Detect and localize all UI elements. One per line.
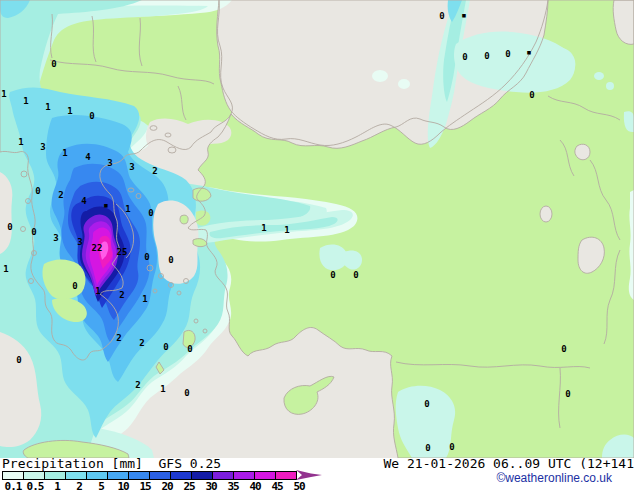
grid-point-value: 1 [1, 89, 6, 99]
grid-point-value: 1 [284, 225, 289, 235]
grid-point-value: 0 [7, 222, 12, 232]
colorbar-tick-label: 15 [134, 480, 156, 490]
grid-point-value: 0 [184, 388, 189, 398]
grid-point-value: 22 [92, 243, 103, 253]
grid-point-value: 0 [330, 270, 335, 280]
weather-map-screenshot: 0111101314332024▪10003322250011101210220… [0, 0, 634, 490]
colorbar-segment [23, 471, 45, 480]
legend-title: Precipitation [mm] GFS 0.25 [2, 458, 221, 472]
grid-point-value: 0 [148, 208, 153, 218]
grid-point-value: 0 [565, 389, 570, 399]
grid-point-value: 0 [163, 342, 168, 352]
grid-point-value: 3 [77, 237, 82, 247]
colorbar-segment [44, 471, 66, 480]
grid-point-value: 0 [505, 49, 510, 59]
grid-point-value: 4 [85, 152, 91, 162]
grid-point-value: 1 [125, 204, 130, 214]
grid-point-value: 1 [261, 223, 266, 233]
grid-point-value: 0 [462, 52, 467, 62]
colorbar-segment [233, 471, 255, 480]
grid-point-value: ▪ [461, 10, 466, 20]
colorbar-ticks: 0.10.5125101520253035404550 [2, 480, 310, 490]
copyright-link[interactable]: ©weatheronline.co.uk [496, 471, 612, 485]
run-datetime: We 21-01-2026 06..09 UTC (12+141 [384, 458, 634, 470]
grid-point-value: ▪ [526, 47, 531, 57]
colorbar-tick-label: 5 [90, 480, 112, 490]
grid-point-value: 0 [144, 252, 149, 262]
grid-point-value: ▪ [103, 200, 108, 210]
colorbar [2, 471, 322, 480]
colorbar-tick-label: 40 [244, 480, 266, 490]
grid-point-value: 4 [81, 196, 87, 206]
colorbar-segment [107, 471, 129, 480]
colorbar-tick-label: 2 [68, 480, 90, 490]
grid-point-value: 2 [135, 380, 140, 390]
grid-point-value: 0 [31, 227, 36, 237]
colorbar-tick-label: 35 [222, 480, 244, 490]
grid-point-value: 0 [425, 443, 430, 453]
colorbar-segment [128, 471, 150, 480]
grid-point-value: 1 [23, 96, 28, 106]
grid-point-value: 2 [139, 338, 144, 348]
grid-point-value: 0 [72, 281, 77, 291]
legend-bar: Precipitation [mm] GFS 0.25 We 21-01-202… [0, 458, 634, 490]
grid-point-value: 1 [62, 148, 67, 158]
precip-dot-sea-1 [372, 70, 388, 82]
colorbar-segment [2, 471, 24, 480]
colorbar-segment [254, 471, 276, 480]
grid-point-value: 3 [53, 233, 58, 243]
grid-point-value: 0 [424, 399, 429, 409]
colorbar-tick-label: 20 [156, 480, 178, 490]
grid-point-value: 0 [561, 344, 566, 354]
grid-point-value: 3 [107, 158, 112, 168]
grid-point-value: 0 [168, 255, 173, 265]
colorbar-tick-label: 10 [112, 480, 134, 490]
colorbar-tick-label: 0.1 [2, 480, 24, 490]
precip-dot-ne-1 [594, 72, 604, 80]
grid-point-value: 0 [529, 90, 534, 100]
grid-point-value: 1 [18, 137, 23, 147]
precip-dot-sea-2 [398, 79, 410, 89]
colorbar-tick-label: 25 [178, 480, 200, 490]
colorbar-tick-label: 50 [288, 480, 310, 490]
colorbar-tick-label: 0.5 [24, 480, 46, 490]
grid-point-value: 3 [40, 142, 45, 152]
grid-point-value: 25 [117, 247, 128, 257]
grid-point-value: 2 [152, 166, 157, 176]
colorbar-segment [275, 471, 297, 480]
grid-point-value: 0 [35, 186, 40, 196]
grid-point-value: 0 [187, 344, 192, 354]
grid-point-value: 2 [58, 190, 63, 200]
colorbar-segment [149, 471, 171, 480]
grid-point-value: 0 [353, 270, 358, 280]
grid-point-value: 1 [3, 264, 8, 274]
colorbar-segment [65, 471, 87, 480]
colorbar-tick-label: 30 [200, 480, 222, 490]
grid-point-value: 0 [51, 59, 56, 69]
grid-point-value: 1 [45, 102, 50, 112]
grid-point-value: 2 [119, 290, 124, 300]
grid-point-value: 0 [89, 111, 94, 121]
precipitation-map: 0111101314332024▪10003322250011101210220… [0, 0, 634, 458]
colorbar-segment [86, 471, 108, 480]
colorbar-segment [191, 471, 213, 480]
grid-point-value: 0 [16, 355, 21, 365]
colorbar-segment [170, 471, 192, 480]
grid-point-value: 1 [95, 286, 100, 296]
colorbar-tick-label: 45 [266, 480, 288, 490]
grid-point-value: 2 [116, 333, 121, 343]
grid-point-value: 1 [160, 384, 165, 394]
grid-point-value: 1 [142, 294, 147, 304]
precip-dot-ne-2 [606, 82, 614, 90]
grid-point-value: 0 [484, 51, 489, 61]
grid-point-value: 3 [129, 162, 134, 172]
colorbar-tick-label: 1 [46, 480, 68, 490]
colorbar-segment [212, 471, 234, 480]
grid-point-value: 0 [449, 442, 454, 452]
grid-point-value: 1 [67, 106, 72, 116]
grid-point-value: 0 [439, 11, 444, 21]
